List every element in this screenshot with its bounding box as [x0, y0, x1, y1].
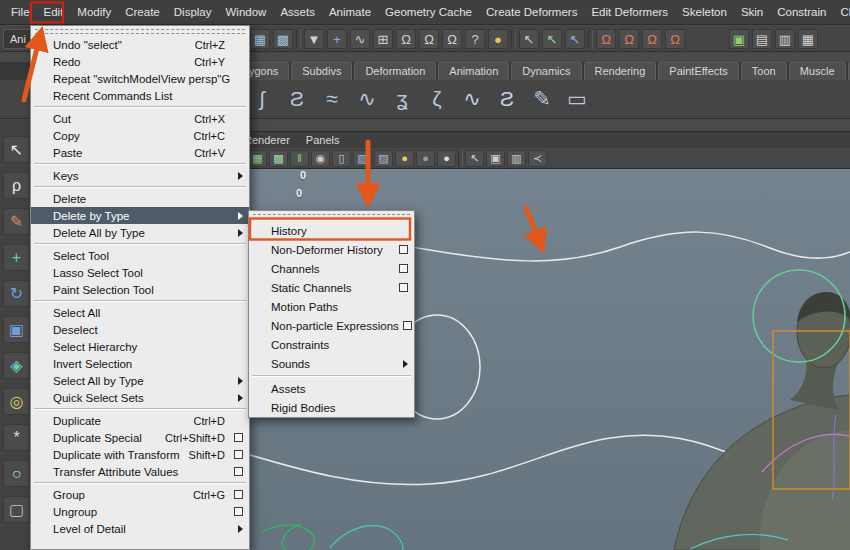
option-box-icon[interactable] — [234, 467, 243, 476]
menu-item[interactable] — [31, 161, 249, 167]
menu-item[interactable]: Deselect — [31, 321, 249, 338]
menubar-item[interactable]: Create Deformers — [479, 0, 584, 25]
submenu-item[interactable]: Non-particle Expressions — [249, 316, 414, 335]
shelf-wave2-curve-icon[interactable]: ∿ — [456, 83, 488, 115]
submenu-item[interactable]: History — [249, 221, 414, 240]
snap-curve-icon[interactable]: ∿ — [350, 29, 370, 49]
textured-view-icon[interactable]: ▦ — [248, 150, 267, 167]
menu-item[interactable]: Duplicate Special Ctrl+Shift+D — [31, 429, 249, 446]
menu-item[interactable]: Select Hierarchy — [31, 338, 249, 355]
isolate-select-icon[interactable]: ▣ — [486, 150, 505, 167]
menu-item[interactable]: Select Tool — [31, 247, 249, 264]
menubar-item[interactable]: Geometry Cache — [378, 0, 479, 25]
paint-selection-tool-icon[interactable]: ✎ — [3, 208, 30, 235]
ipr-magnet-icon[interactable]: Ω — [642, 29, 662, 49]
shelf-tab[interactable]: Subdivs — [291, 62, 352, 80]
shelf-tab[interactable]: Toon — [741, 62, 787, 80]
menubar-item[interactable]: Skeleton — [675, 0, 734, 25]
menu-item[interactable] — [31, 104, 249, 110]
submenu-item[interactable]: Non-Deformer History — [249, 240, 414, 259]
snap-plane-icon[interactable]: Ω — [419, 29, 439, 49]
render-settings-icon[interactable]: Ω — [665, 29, 685, 49]
lasso-tool-icon[interactable]: ρ — [3, 172, 30, 199]
menu-item[interactable]: Paste Ctrl+V — [31, 144, 249, 161]
selection-mode-icon[interactable]: ▼ — [304, 29, 324, 49]
textures-icon[interactable]: ▨ — [374, 150, 393, 167]
menu-item[interactable] — [31, 184, 249, 190]
shadows-icon[interactable]: ● — [416, 150, 435, 167]
submenu-item[interactable]: Static Channels — [249, 278, 414, 297]
menu-item[interactable]: Cut Ctrl+X — [31, 110, 249, 127]
channel-box-icon[interactable]: ▦ — [798, 29, 818, 49]
select-hierarchy-icon[interactable]: ↖ — [519, 29, 539, 49]
menu-item[interactable]: Redo Ctrl+Y — [31, 53, 249, 70]
menu-item[interactable]: Select All by Type — [31, 372, 249, 389]
help-icon[interactable]: ? — [465, 29, 485, 49]
shelf-squiggle-curve-icon[interactable]: ∿ — [351, 83, 383, 115]
panel-menu-panels[interactable]: Panels — [298, 132, 348, 148]
ambient-occlusion-icon[interactable]: ● — [437, 150, 456, 167]
status-icon[interactable] — [296, 29, 301, 49]
menu-item[interactable]: Undo "select" Ctrl+Z — [31, 36, 249, 53]
submenu-item[interactable]: Rigid Bodies — [249, 398, 414, 417]
menu-item[interactable]: Quick Select Sets — [31, 389, 249, 406]
render-magnet-icon[interactable]: Ω — [619, 29, 639, 49]
menu-item[interactable]: Invert Selection — [31, 355, 249, 372]
shelf-tab[interactable]: Animation — [438, 62, 509, 80]
menu-item[interactable]: Duplicate Ctrl+D — [31, 412, 249, 429]
lock-icon[interactable]: ● — [488, 29, 508, 49]
menubar-item[interactable]: Skin — [734, 0, 770, 25]
pane-layout-icon[interactable]: ▥ — [507, 150, 526, 167]
shelf-pencil-curve-icon[interactable]: ✎ — [526, 83, 558, 115]
option-box-icon[interactable] — [234, 507, 243, 516]
select-component-icon[interactable]: ↖ — [565, 29, 585, 49]
shelf-tab[interactable]: Rendering — [584, 62, 657, 80]
select-tool-icon[interactable]: ↖ — [3, 136, 30, 163]
menubar-item[interactable]: Modify — [70, 0, 118, 25]
highlight-selection-icon[interactable]: + — [327, 29, 347, 49]
menu-item[interactable]: Ungroup — [31, 503, 249, 520]
move-tool-icon[interactable]: + — [3, 244, 30, 271]
menu-item[interactable] — [31, 480, 249, 486]
menubar-item[interactable]: Constrain — [770, 0, 833, 25]
lights-icon[interactable]: ● — [395, 150, 414, 167]
last-tool-icon[interactable]: ○ — [3, 460, 30, 487]
universal-manipulator-icon[interactable]: ◈ — [3, 352, 30, 379]
shelf-tab[interactable]: Deformation — [354, 62, 436, 80]
select-mode-icon[interactable]: ↖ — [465, 150, 484, 167]
menu-item[interactable]: Delete — [31, 190, 249, 207]
viewport-cube-icon[interactable]: ▣ — [729, 29, 749, 49]
menubar-item[interactable]: Animate — [322, 0, 378, 25]
snap-point-icon[interactable]: Ω — [396, 29, 416, 49]
attribute-editor-icon[interactable]: ▤ — [752, 29, 772, 49]
shelf-tab[interactable]: Dynamics — [511, 62, 581, 80]
option-box-icon[interactable] — [234, 433, 243, 442]
menubar-item[interactable]: Window — [218, 0, 273, 25]
panel-icon[interactable] — [458, 150, 463, 167]
shelf-s-curve-icon[interactable]: Ƨ — [281, 83, 313, 115]
status-icon[interactable] — [511, 29, 516, 49]
soft-modification-icon[interactable]: ◎ — [3, 388, 30, 415]
show-manipulator-icon[interactable]: * — [3, 424, 30, 451]
scale-tool-icon[interactable]: ▣ — [3, 316, 30, 343]
menu-item[interactable] — [31, 406, 249, 412]
submenu-item[interactable] — [249, 373, 414, 379]
shelf-zeta-curve-icon[interactable]: ζ — [421, 83, 453, 115]
option-box-icon[interactable] — [234, 490, 243, 499]
share-view-icon[interactable]: ≺ — [528, 150, 547, 167]
menu-item[interactable]: Duplicate with Transform Shift+D — [31, 446, 249, 463]
menubar-item[interactable]: File — [4, 0, 37, 25]
shading-icon[interactable]: ▧ — [353, 150, 372, 167]
scene-grid-icon[interactable]: ▦ — [250, 29, 270, 49]
status-icon[interactable] — [588, 29, 593, 49]
option-box-icon[interactable] — [399, 264, 408, 273]
menu-item[interactable] — [31, 298, 249, 304]
camera-icon[interactable]: ◉ — [311, 150, 330, 167]
tool-settings-icon[interactable]: ▥ — [775, 29, 795, 49]
menu-item[interactable]: Repeat "switchModelView persp" G — [31, 70, 249, 87]
shelf-tab[interactable]: Muscle — [789, 62, 846, 80]
layout-shortcut-icon[interactable]: ▢ — [3, 496, 30, 523]
submenu-item[interactable]: Motion Paths — [249, 297, 414, 316]
menubar-item[interactable]: Edit — [37, 0, 71, 25]
menu-item[interactable]: Transfer Attribute Values — [31, 463, 249, 480]
